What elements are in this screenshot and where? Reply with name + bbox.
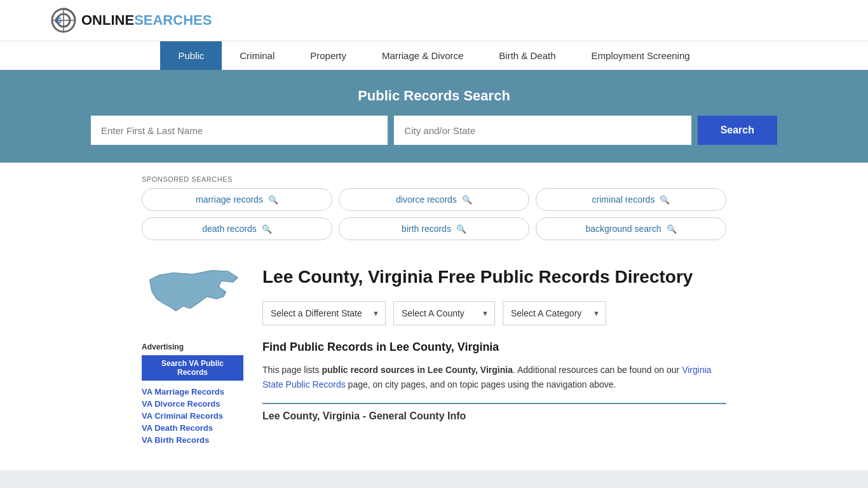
sponsored-criminal-label: criminal records	[592, 194, 655, 205]
sponsored-divorce-label: divorce records	[396, 194, 457, 205]
search-band-title: Public Records Search	[51, 88, 817, 104]
ad-button[interactable]: Search VA Public Records	[142, 355, 243, 381]
category-dropdown-wrap: Select A Category	[503, 301, 606, 325]
find-desc-bold: public record sources in Lee County, Vir…	[322, 365, 513, 375]
page-content: Advertising Search VA Public Records VA …	[142, 259, 726, 445]
section-divider: Lee County, Virginia - General County In…	[262, 403, 726, 422]
sponsored-birth-label: birth records	[402, 224, 451, 234]
sidebar-link-birth[interactable]: VA Birth Records	[142, 435, 243, 445]
logo-icon: G	[51, 8, 76, 33]
sponsored-background[interactable]: background search 🔍	[536, 217, 726, 240]
search-form: Search	[91, 116, 777, 145]
find-desc-after: . Additional resources can be found on o…	[513, 365, 682, 375]
logo-text: ONLINESEARCHES	[81, 12, 212, 29]
logo-searches: SEARCHES	[134, 12, 212, 28]
main-area: SPONSORED SEARCHES marriage records 🔍 di…	[91, 163, 777, 470]
nav-marriage-divorce[interactable]: Marriage & Divorce	[364, 41, 481, 70]
sponsored-divorce[interactable]: divorce records 🔍	[339, 188, 529, 211]
sidebar-link-divorce[interactable]: VA Divorce Records	[142, 399, 243, 409]
sponsored-death[interactable]: death records 🔍	[142, 217, 332, 240]
county-info-label: Lee County, Virginia - General County In…	[262, 410, 726, 422]
find-records-desc: This page lists public record sources in…	[262, 363, 726, 391]
sponsored-section: SPONSORED SEARCHES marriage records 🔍 di…	[142, 175, 726, 240]
advertising-label: Advertising	[142, 342, 243, 351]
search-icon-4: 🔍	[262, 224, 272, 234]
sponsored-marriage-label: marriage records	[196, 194, 263, 205]
main-nav: Public Criminal Property Marriage & Divo…	[0, 41, 868, 70]
svg-text:G: G	[55, 15, 62, 25]
search-button[interactable]: Search	[698, 116, 777, 145]
nav-public[interactable]: Public	[160, 41, 222, 70]
nav-employment[interactable]: Employment Screening	[574, 41, 708, 70]
sidebar-link-death[interactable]: VA Death Records	[142, 423, 243, 433]
search-icon-5: 🔍	[456, 224, 466, 234]
search-band: Public Records Search Search	[0, 70, 868, 163]
sponsored-death-label: death records	[202, 224, 257, 234]
state-dropdown-wrap: Select a Different State	[262, 301, 386, 325]
search-icon-2: 🔍	[462, 195, 472, 205]
nav-criminal[interactable]: Criminal	[222, 41, 292, 70]
logo: G ONLINESEARCHES	[51, 8, 212, 33]
county-dropdown[interactable]: Select A County	[393, 301, 495, 325]
find-records-title: Find Public Records in Lee County, Virgi…	[262, 341, 726, 354]
virginia-map-svg	[145, 266, 240, 328]
sidebar-link-criminal[interactable]: VA Criminal Records	[142, 411, 243, 421]
sponsored-marriage[interactable]: marriage records 🔍	[142, 188, 332, 211]
category-dropdown[interactable]: Select A Category	[503, 301, 606, 325]
nav-property[interactable]: Property	[292, 41, 364, 70]
nav-birth-death[interactable]: Birth & Death	[481, 41, 573, 70]
header: G ONLINESEARCHES	[0, 0, 868, 41]
state-dropdown[interactable]: Select a Different State	[262, 301, 386, 325]
sponsored-label: SPONSORED SEARCHES	[142, 175, 726, 183]
search-icon-6: 🔍	[667, 224, 677, 234]
sponsored-grid: marriage records 🔍 divorce records 🔍 cri…	[142, 188, 726, 240]
page-title: Lee County, Virginia Free Public Records…	[262, 266, 726, 288]
search-icon-1: 🔍	[268, 195, 278, 205]
location-input[interactable]	[394, 116, 691, 145]
logo-online: ONLINE	[81, 12, 134, 28]
find-desc-before: This page lists	[262, 365, 322, 375]
sidebar-link-marriage[interactable]: VA Marriage Records	[142, 387, 243, 396]
sponsored-criminal[interactable]: criminal records 🔍	[536, 188, 726, 211]
find-desc-end: page, on city pages, and on topic pages …	[346, 379, 616, 390]
dropdowns-row: Select a Different State Select A County…	[262, 301, 726, 325]
sponsored-background-label: background search	[585, 224, 661, 234]
sidebar: Advertising Search VA Public Records VA …	[142, 266, 243, 445]
main-page-content: Lee County, Virginia Free Public Records…	[262, 266, 726, 445]
sponsored-birth[interactable]: birth records 🔍	[339, 217, 529, 240]
search-icon-3: 🔍	[660, 195, 670, 205]
va-map-container	[142, 266, 243, 330]
name-input[interactable]	[91, 116, 388, 145]
county-dropdown-wrap: Select A County	[393, 301, 495, 325]
sidebar-links: VA Marriage Records VA Divorce Records V…	[142, 387, 243, 445]
